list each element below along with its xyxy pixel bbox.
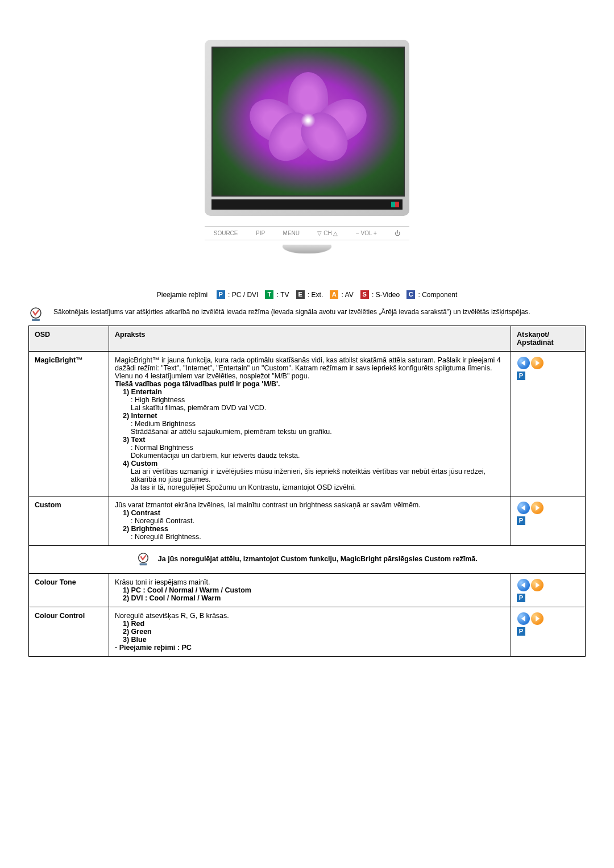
row-custom: Custom Jūs varat izmantot ekrāna izvēlne… [29,496,586,546]
btn-power: ⏻ [395,230,400,236]
act-magicbright: P [511,352,586,496]
svg-rect-3 [140,564,147,566]
act-colour-tone: P [511,574,586,607]
screen-frame [205,40,409,216]
desc-colour-control: Noregulē atsevišķas R, G, B krāsas. 1) R… [109,607,511,657]
osd-table: OSD Apraksts Atskaņot/ Apstādināt MagicB… [28,326,586,657]
header-desc: Apraksts [109,326,511,352]
mode-label-t: : TV [275,291,289,299]
mode-icon-t: T [265,290,273,299]
arrow-right-icon [531,612,544,625]
arrow-right-icon [531,502,544,514]
top-note-text: Sākotnējais iestatījums var atšķirties a… [53,307,530,317]
mode-icon-s: S [360,290,369,299]
mid-note-cell: Ja jūs noregulējat attēlu, izmantojot Cu… [29,546,586,574]
desc-colour-tone: Krāsu toni ir iespējams mainīt. 1) PC : … [109,574,511,607]
row-magicbright: MagicBright™ MagicBright™ ir jauna funkc… [29,352,586,496]
arrow-left-icon [517,612,530,625]
osd-custom: Custom [29,496,109,546]
row-colour-control: Colour Control Noregulē atsevišķas R, G,… [29,607,586,657]
mode-icon-c: C [406,290,415,299]
screen-bottom-bar [211,199,403,210]
osd-magicbright: MagicBright™ [29,352,109,496]
mode-label-e: : Ext. [306,291,323,299]
monitor-stand [280,245,334,253]
flower-graphic [257,78,359,157]
arrow-right-icon [531,579,544,591]
row-mid-note: Ja jūs noregulējat attēlu, izmantojot Cu… [29,546,586,574]
p-icon: P [517,594,525,602]
arrow-left-icon [517,502,530,514]
header-osd: OSD [29,326,109,352]
available-modes-line: Pieejamie reþīmi P : PC / DVIT : TVE : E… [28,290,586,299]
monitor-buttons-row: SOURCE PIP MENU ▽ CH △ − VOL + ⏻ [205,226,409,240]
arrow-right-icon [531,357,544,369]
arrow-left-icon [517,579,530,591]
mode-icon-a: A [330,290,338,299]
mode-icon-e: E [296,290,305,299]
btn-source: SOURCE [214,230,238,236]
row-colour-tone: Colour Tone Krāsu toni ir iespējams main… [29,574,586,607]
osd-colour-tone: Colour Tone [29,574,109,607]
btn-menu: MENU [283,230,300,236]
note-icon [28,307,43,322]
header-action: Atskaņot/ Apstādināt [511,326,586,352]
btn-pip: PIP [256,230,265,236]
monitor-illustration: SOURCE PIP MENU ▽ CH △ − VOL + ⏻ [205,40,409,273]
mode-label-s: : S-Video [370,291,400,299]
act-custom: P [511,496,586,546]
arrow-left-icon [517,357,530,369]
svg-rect-1 [32,319,40,321]
act-colour-control: P [511,607,586,657]
modes-label: Pieejamie reþīmi [157,291,208,299]
screen-content [211,47,405,197]
note-icon [136,553,150,566]
top-note: Sākotnējais iestatījums var atšķirties a… [28,307,586,322]
mode-label-p: : PC / DVI [226,291,259,299]
mode-label-c: : Component [416,291,457,299]
osd-colour-control: Colour Control [29,607,109,657]
p-icon: P [517,627,525,636]
desc-magicbright: MagicBright™ ir jauna funkcija, kura rad… [109,352,511,496]
btn-vol: − VOL + [356,230,377,236]
btn-ch: ▽ CH △ [317,230,338,236]
mid-note-text: Ja jūs noregulējat attēlu, izmantojot Cu… [158,555,478,563]
desc-custom: Jūs varat izmantot ekrāna izvēlnes, lai … [109,496,511,546]
mode-icon-p: P [217,290,225,299]
mode-label-a: : AV [339,291,353,299]
p-icon: P [517,516,525,525]
header-row: OSD Apraksts Atskaņot/ Apstādināt [29,326,586,352]
p-icon: P [517,372,525,380]
